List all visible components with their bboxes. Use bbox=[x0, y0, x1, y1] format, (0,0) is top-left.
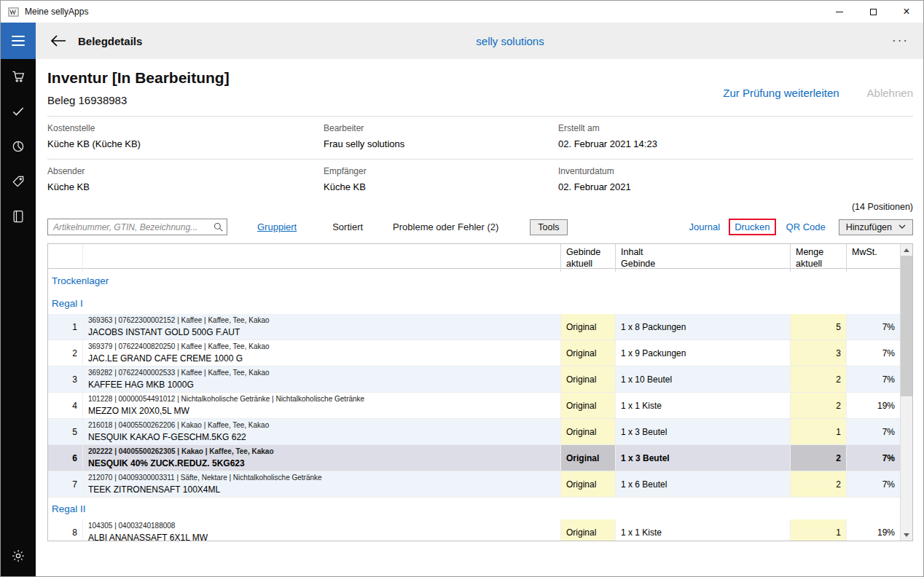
table-row[interactable]: 3369282 | 07622400002533 | Kaffee | Kaff… bbox=[48, 366, 900, 393]
table-header-row: Gebindeaktuell InhaltGebinde Mengeaktuel… bbox=[48, 244, 900, 269]
gebinde-cell[interactable]: Original bbox=[561, 445, 616, 471]
gear-icon bbox=[11, 549, 26, 563]
mwst-cell: 19% bbox=[847, 519, 900, 541]
gebinde-cell[interactable]: Original bbox=[561, 393, 616, 418]
menge-cell[interactable]: 2 bbox=[791, 366, 847, 392]
scroll-down-button[interactable] bbox=[901, 529, 912, 541]
menge-cell[interactable]: 2 bbox=[791, 393, 847, 418]
group-header[interactable]: Trockenlager bbox=[48, 269, 900, 292]
article-cell: 202222 | 04005500262305 | Kakao | Kaffee… bbox=[83, 445, 561, 471]
gebinde-cell[interactable]: Original bbox=[561, 471, 616, 497]
search-icon[interactable] bbox=[213, 221, 224, 232]
back-button[interactable] bbox=[50, 35, 66, 47]
menge-cell[interactable]: 1 bbox=[791, 519, 847, 541]
more-options-button[interactable]: ··· bbox=[892, 39, 909, 44]
gebinde-cell[interactable]: Original bbox=[561, 519, 616, 541]
info-row-1: Kostenstelle Küche KB (Küche KB) Bearbei… bbox=[47, 117, 913, 159]
sidebar-item-tasks[interactable] bbox=[1, 94, 36, 129]
table-row[interactable]: 5216018 | 04005500262206 | Kakao | Kaffe… bbox=[48, 419, 900, 445]
header-inhalt: InhaltGebinde bbox=[616, 244, 791, 272]
sidebar-item-settings[interactable] bbox=[1, 538, 36, 573]
table-row[interactable]: 8104305 | 04003240188008ALBI ANANASSAFT … bbox=[48, 519, 900, 541]
menge-cell[interactable]: 2 bbox=[791, 471, 847, 497]
window-controls: × bbox=[823, 1, 923, 23]
mwst-cell: 19% bbox=[847, 393, 900, 418]
mwst-cell: 7% bbox=[847, 366, 900, 392]
inhalt-cell[interactable]: 1 x 6 Beutel bbox=[616, 471, 791, 497]
gebinde-cell[interactable]: Original bbox=[561, 366, 616, 392]
minimize-button[interactable] bbox=[823, 1, 856, 23]
menge-cell[interactable]: 1 bbox=[791, 419, 847, 444]
bearbeiter-value: Frau selly solutions bbox=[324, 138, 558, 149]
table-row[interactable]: 1369363 | 07622300002152 | Kaffee | Kaff… bbox=[48, 314, 900, 340]
article-cell: 101228 | 00000054491012 | Nichtalkoholis… bbox=[83, 393, 561, 418]
subgroup-header[interactable]: Regal II bbox=[48, 498, 900, 519]
info-row-2: Absender Küche KB Empfänger Küche KB Inv… bbox=[47, 159, 913, 202]
inhalt-cell[interactable]: 1 x 1 Kiste bbox=[616, 393, 791, 418]
erstellt-am-value: 02. Februar 2021 14:23 bbox=[558, 138, 913, 149]
maximize-button[interactable] bbox=[856, 1, 890, 23]
table-row[interactable]: 2369379 | 07622400820250 | Kaffee | Kaff… bbox=[48, 340, 900, 366]
sidebar-item-reports[interactable] bbox=[1, 129, 36, 164]
hamburger-menu-button[interactable] bbox=[1, 23, 36, 59]
sidebar-item-catalog[interactable] bbox=[1, 199, 36, 234]
search-input[interactable] bbox=[47, 219, 227, 235]
subgroup-header[interactable]: Regal I bbox=[48, 292, 900, 314]
price-tag-icon bbox=[11, 174, 26, 189]
article-name: JAC.LE GRAND CAFE CREME 1000 G bbox=[88, 353, 555, 364]
gebinde-cell[interactable]: Original bbox=[561, 340, 616, 366]
table-row[interactable]: 4101228 | 00000054491012 | Nichtalkoholi… bbox=[48, 393, 900, 419]
drucken-link[interactable]: Drucken bbox=[735, 221, 770, 232]
book-icon bbox=[11, 209, 26, 224]
gebinde-cell[interactable]: Original bbox=[561, 419, 616, 444]
table-row[interactable]: 7212070 | 04009300003311 | Säfte, Nektar… bbox=[48, 471, 900, 498]
inhalt-cell[interactable]: 1 x 3 Beutel bbox=[616, 445, 791, 471]
article-cell: 216018 | 04005500262206 | Kakao | Kaffee… bbox=[83, 419, 561, 444]
menge-cell[interactable]: 3 bbox=[791, 340, 847, 366]
article-cell: 369282 | 07622400002533 | Kaffee | Kaffe… bbox=[83, 366, 561, 392]
menge-cell[interactable]: 2 bbox=[791, 445, 847, 471]
table-row[interactable]: 6202222 | 04005500262305 | Kakao | Kaffe… bbox=[48, 445, 900, 471]
article-meta: 369282 | 07622400002533 | Kaffee | Kaffe… bbox=[88, 369, 555, 378]
sidebar-item-orders[interactable] bbox=[1, 59, 36, 94]
article-name: NESQUIK KAKAO F-GESCHM.5KG 622 bbox=[88, 432, 555, 442]
article-cell: 369379 | 07622400820250 | Kaffee | Kaffe… bbox=[83, 340, 561, 366]
brand-title: selly solutions bbox=[476, 35, 544, 47]
qr-code-link[interactable]: QR Code bbox=[786, 221, 826, 232]
scroll-up-button[interactable] bbox=[901, 244, 912, 256]
article-meta: 369363 | 07622300002152 | Kaffee | Kaffe… bbox=[88, 316, 555, 326]
inhalt-cell[interactable]: 1 x 3 Beutel bbox=[616, 419, 791, 444]
empfaenger-label: Empfänger bbox=[324, 166, 558, 176]
article-cell: 369363 | 07622300002152 | Kaffee | Kaffe… bbox=[83, 314, 561, 339]
sortiert-toggle[interactable]: Sortiert bbox=[332, 221, 363, 232]
sidebar-item-prices[interactable] bbox=[1, 164, 36, 199]
positions-count: (14 Positionen) bbox=[47, 202, 913, 212]
table-scrollbar[interactable] bbox=[900, 244, 912, 541]
forward-for-review-link[interactable]: Zur Prüfung weiterleiten bbox=[723, 87, 839, 99]
row-number-cell: 3 bbox=[48, 366, 83, 392]
gebinde-cell[interactable]: Original bbox=[561, 314, 616, 339]
article-name: TEEK ZITRONENSAFT 100X4ML bbox=[88, 484, 555, 495]
tools-button[interactable]: Tools bbox=[530, 219, 567, 235]
journal-link[interactable]: Journal bbox=[689, 221, 720, 232]
app-icon bbox=[8, 7, 19, 17]
hinzufuegen-button[interactable]: Hinzufügen bbox=[839, 219, 913, 235]
inhalt-cell[interactable]: 1 x 10 Beutel bbox=[616, 366, 791, 392]
menge-cell[interactable]: 5 bbox=[791, 314, 847, 339]
scroll-thumb[interactable] bbox=[901, 256, 913, 396]
minimize-icon bbox=[836, 12, 843, 12]
close-button[interactable]: × bbox=[890, 1, 923, 23]
reject-link[interactable]: Ablehnen bbox=[867, 87, 913, 99]
article-meta: 104305 | 04003240188008 bbox=[88, 522, 555, 531]
article-cell: 104305 | 04003240188008ALBI ANANASSAFT 6… bbox=[83, 519, 561, 541]
inhalt-cell[interactable]: 1 x 9 Packungen bbox=[616, 340, 791, 366]
inhalt-cell[interactable]: 1 x 1 Kiste bbox=[616, 519, 791, 541]
gruppiert-toggle[interactable]: Gruppiert bbox=[257, 221, 297, 232]
sidebar bbox=[1, 59, 36, 576]
article-name: ALBI ANANASSAFT 6X1L MW bbox=[88, 533, 555, 541]
article-meta: 216018 | 04005500262206 | Kakao | Kaffee… bbox=[88, 421, 555, 431]
inhalt-cell[interactable]: 1 x 8 Packungen bbox=[616, 314, 791, 339]
row-number-cell: 8 bbox=[48, 519, 83, 541]
probleme-filter[interactable]: Probleme oder Fehler (2) bbox=[393, 221, 498, 232]
header-article bbox=[83, 244, 561, 272]
